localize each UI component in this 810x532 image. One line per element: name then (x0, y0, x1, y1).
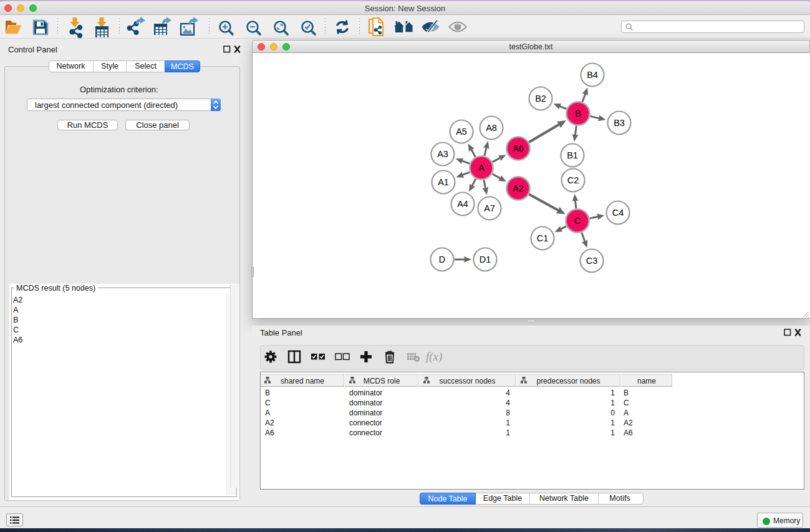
svg-text:A2: A2 (513, 183, 524, 193)
svg-text:D1: D1 (480, 254, 491, 264)
svg-text:C1: C1 (537, 233, 549, 243)
svg-text:A5: A5 (456, 127, 467, 137)
svg-text:C4: C4 (612, 208, 624, 218)
svg-text:A: A (478, 163, 485, 173)
svg-text:C3: C3 (586, 256, 598, 266)
svg-text:A3: A3 (437, 149, 448, 159)
svg-text:A7: A7 (484, 203, 495, 213)
svg-text:C: C (574, 216, 581, 226)
svg-text:C2: C2 (567, 175, 579, 185)
svg-text:B: B (575, 109, 581, 118)
svg-text:D: D (439, 254, 445, 264)
svg-text:B1: B1 (567, 150, 578, 160)
svg-text:A8: A8 (486, 123, 497, 133)
svg-text:B4: B4 (587, 70, 598, 80)
svg-text:B2: B2 (535, 94, 546, 104)
svg-text:f(x): f(x) (426, 350, 442, 364)
svg-text:A1: A1 (438, 177, 449, 187)
svg-text:A4: A4 (457, 199, 468, 209)
svg-text:B3: B3 (614, 118, 625, 128)
svg-text:A6: A6 (513, 143, 524, 153)
